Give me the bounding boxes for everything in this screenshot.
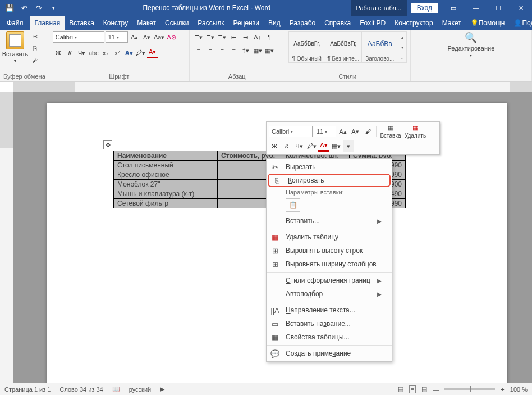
style-nospacing[interactable]: АаБбВвГг,¶ Без инте... (325, 31, 362, 63)
align-right-icon[interactable]: ≡ (217, 45, 228, 56)
bold-button[interactable]: Ж (53, 47, 64, 58)
style-heading[interactable]: АаБбВвЗаголово... (361, 31, 398, 63)
tab-home[interactable]: Главная (30, 16, 65, 30)
menu-paste[interactable]: Вставить...▶ (267, 214, 392, 228)
italic-button[interactable]: К (65, 47, 76, 58)
subscript-button[interactable]: x₂ (100, 47, 111, 58)
ruler-horizontal[interactable] (13, 82, 532, 92)
cut-icon[interactable]: ✂ (29, 31, 40, 42)
menu-copy[interactable]: ⎘Копировать (268, 174, 391, 187)
tab-help[interactable]: Справка (320, 16, 355, 30)
mini-insert-button[interactable]: ▦Вставка (379, 124, 402, 139)
ribbon-options-icon[interactable]: ▭ (442, 0, 465, 16)
sort-icon[interactable]: A↓ (252, 31, 263, 43)
menu-table-properties[interactable]: ▦Свойства таблицы... (267, 330, 392, 344)
font-name-combo[interactable]: Calibri▾ (53, 31, 104, 43)
style-normal[interactable]: АаБбВвГг,¶ Обычный (288, 31, 325, 63)
text-effects-icon[interactable]: A▾ (123, 47, 135, 58)
numbering-icon[interactable]: ≣▾ (205, 31, 216, 43)
editing-button[interactable]: 🔍 Редактирование ▾ (459, 31, 483, 58)
align-left-icon[interactable]: ≡ (193, 45, 204, 56)
strike-button[interactable]: abc (88, 47, 99, 58)
menu-distribute-cols[interactable]: ⊞Выровнять ширину столбцов (267, 257, 392, 271)
mini-delete-button[interactable]: ▦Удалить (403, 124, 428, 139)
align-center-icon[interactable]: ≡ (205, 45, 216, 56)
tab-developer[interactable]: Разрабо (285, 16, 320, 30)
font-size-combo[interactable]: 11▾ (106, 31, 128, 43)
menu-new-comment[interactable]: 💬Создать примечание (267, 347, 392, 360)
close-icon[interactable]: ✕ (510, 0, 532, 16)
borders-icon[interactable]: ▦▾ (264, 45, 275, 56)
status-words[interactable]: Слово 34 из 34 (59, 386, 103, 393)
zoom-slider[interactable] (444, 388, 495, 390)
minimize-icon[interactable]: ― (465, 0, 487, 16)
mini-font-combo[interactable]: Calibri▾ (269, 126, 313, 137)
mini-grow-icon[interactable]: A▴ (337, 126, 348, 137)
mini-fontcolor-icon[interactable]: A▾ (318, 140, 329, 152)
copy-icon[interactable]: ⎘ (29, 43, 40, 53)
indent-dec-icon[interactable]: ⇤ (228, 31, 240, 43)
view-print-icon[interactable]: ≡ (409, 385, 416, 393)
tab-insert[interactable]: Вставка (65, 16, 99, 30)
tab-foxit[interactable]: Foxit PD (355, 16, 390, 30)
clear-format-icon[interactable]: A⊘ (166, 31, 177, 43)
tab-review[interactable]: Рецензи (229, 16, 264, 30)
paste-option-icon[interactable]: 📋 (286, 198, 300, 212)
zoom-out-icon[interactable]: ― (433, 386, 439, 393)
paste-button[interactable]: Вставить ▾ (3, 31, 27, 63)
zoom-in-icon[interactable]: + (501, 386, 504, 393)
status-language[interactable]: русский (129, 386, 151, 393)
font-color-icon[interactable]: A▾ (147, 47, 158, 58)
tab-layout[interactable]: Макет (132, 16, 160, 30)
menu-cut[interactable]: ✂Вырезать (267, 160, 392, 174)
tab-mailings[interactable]: Рассылк (193, 16, 228, 30)
menu-border-styles[interactable]: Стили оформления границ▶ (267, 274, 392, 287)
status-page[interactable]: Страница 1 из 1 (4, 386, 51, 393)
menu-insert-caption[interactable]: ▭Вставить название... (267, 317, 392, 330)
mini-highlight-icon[interactable]: 🖍▾ (306, 140, 317, 152)
mini-italic-button[interactable]: К (281, 140, 292, 152)
qat-more-icon[interactable]: ▾ (47, 2, 59, 14)
styles-more-icon[interactable]: ▴▾⌄ (398, 31, 407, 63)
tab-tell-me[interactable]: 💡 Помощн (466, 16, 510, 30)
tab-view[interactable]: Вид (264, 16, 285, 30)
justify-icon[interactable]: ≡ (228, 45, 240, 56)
bullets-icon[interactable]: ≣▾ (193, 31, 204, 43)
menu-autofit[interactable]: Автоподбор▶ (267, 287, 392, 301)
indent-inc-icon[interactable]: ⇥ (240, 31, 251, 43)
undo-icon[interactable]: ↶ (18, 2, 30, 14)
menu-delete-table[interactable]: ▦Удалить таблицу (267, 230, 392, 244)
ruler-vertical[interactable] (0, 92, 13, 383)
highlight-icon[interactable]: 🖍▾ (135, 47, 146, 58)
grow-font-icon[interactable]: A▴ (129, 31, 140, 43)
multilevel-icon[interactable]: ≣▾ (217, 31, 228, 43)
view-web-icon[interactable]: ▤ (421, 385, 427, 393)
mini-border-icon[interactable]: ▦▾ (331, 140, 342, 152)
zoom-value[interactable]: 100 % (510, 386, 528, 393)
styles-gallery[interactable]: АаБбВвГг,¶ Обычный АаБбВвГг,¶ Без инте..… (288, 31, 407, 63)
mini-size-combo[interactable]: 11▾ (314, 126, 336, 137)
status-macro-icon[interactable]: ▶ (160, 385, 164, 393)
canvas[interactable]: ✥ Наименование Стоимость, руб. Количеств… (13, 92, 532, 383)
tab-table-layout[interactable]: Макет (438, 16, 466, 30)
login-button[interactable]: Вход (411, 3, 438, 13)
mini-bold-button[interactable]: Ж (269, 140, 280, 152)
line-spacing-icon[interactable]: ‡▾ (240, 45, 251, 56)
shrink-font-icon[interactable]: A▾ (141, 31, 153, 43)
format-painter-icon[interactable]: 🖌 (29, 55, 40, 65)
menu-text-direction[interactable]: ||AНаправление текста... (267, 303, 392, 317)
redo-icon[interactable]: ↷ (33, 2, 45, 14)
tab-references[interactable]: Ссылки (160, 16, 193, 30)
tab-file[interactable]: Файл (0, 16, 30, 30)
table-move-handle-icon[interactable]: ✥ (103, 140, 112, 149)
shading-icon[interactable]: ▦▾ (252, 45, 263, 56)
save-icon[interactable]: 💾 (3, 2, 16, 14)
share-button[interactable]: 👤 Поделиться (509, 16, 532, 30)
mini-painter-icon[interactable]: 🖌 (362, 126, 373, 137)
tab-design[interactable]: Констру (99, 16, 132, 30)
show-marks-icon[interactable]: ¶ (264, 31, 275, 43)
view-read-icon[interactable]: ▤ (398, 385, 403, 393)
underline-button[interactable]: Ч▾ (76, 47, 88, 58)
mini-underline-icon[interactable]: Ч▾ (293, 140, 305, 152)
tab-table-design[interactable]: Конструктор (390, 16, 437, 30)
